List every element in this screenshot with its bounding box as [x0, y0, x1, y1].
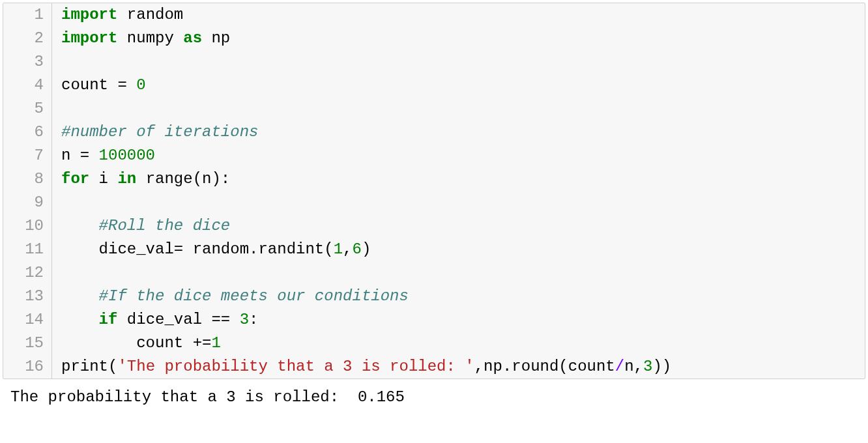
code-line-16: 16 print('The probability that a 3 is ro…: [3, 355, 865, 379]
code-line-9: 9: [3, 191, 865, 214]
code-content: count +=1: [52, 332, 221, 355]
code-content: import random: [52, 3, 183, 27]
code-line-11: 11 dice_val= random.randint(1,6): [3, 238, 865, 261]
code-line-13: 13 #If the dice meets our conditions: [3, 285, 865, 308]
line-number: 10: [3, 214, 52, 238]
line-number: 5: [3, 97, 52, 121]
code-content: #Roll the dice: [52, 214, 230, 238]
line-number: 1: [3, 3, 52, 27]
code-line-2: 2 import numpy as np: [3, 27, 865, 50]
line-number: 3: [3, 50, 52, 74]
code-line-7: 7 n = 100000: [3, 144, 865, 167]
code-line-10: 10 #Roll the dice: [3, 214, 865, 238]
line-number: 7: [3, 144, 52, 167]
line-number: 16: [3, 355, 52, 379]
code-line-14: 14 if dice_val == 3:: [3, 308, 865, 332]
line-number: 11: [3, 238, 52, 261]
line-number: 4: [3, 74, 52, 97]
code-content: count = 0: [52, 74, 146, 97]
code-line-3: 3: [3, 50, 865, 74]
line-number: 2: [3, 27, 52, 50]
line-number: 15: [3, 332, 52, 355]
line-number: 12: [3, 261, 52, 285]
code-line-1: 1 import random: [3, 3, 865, 27]
line-number: 6: [3, 121, 52, 144]
code-content: #If the dice meets our conditions: [52, 285, 409, 308]
cell-output: The probability that a 3 is rolled: 0.16…: [0, 379, 868, 416]
code-line-4: 4 count = 0: [3, 74, 865, 97]
code-line-6: 6 #number of iterations: [3, 121, 865, 144]
code-cell: 1 import random 2 import numpy as np 3 4…: [3, 3, 865, 379]
code-content: print('The probability that a 3 is rolle…: [52, 355, 671, 379]
line-number: 13: [3, 285, 52, 308]
code-content: if dice_val == 3:: [52, 308, 258, 332]
line-number: 8: [3, 167, 52, 191]
code-content: n = 100000: [52, 144, 155, 167]
code-content: import numpy as np: [52, 27, 230, 50]
line-number: 9: [3, 191, 52, 214]
code-content: for i in range(n):: [52, 167, 230, 191]
code-line-15: 15 count +=1: [3, 332, 865, 355]
line-number: 14: [3, 308, 52, 332]
code-line-8: 8 for i in range(n):: [3, 167, 865, 191]
code-line-5: 5: [3, 97, 865, 121]
code-content: #number of iterations: [52, 121, 258, 144]
code-content: dice_val= random.randint(1,6): [52, 238, 371, 261]
code-line-12: 12: [3, 261, 865, 285]
